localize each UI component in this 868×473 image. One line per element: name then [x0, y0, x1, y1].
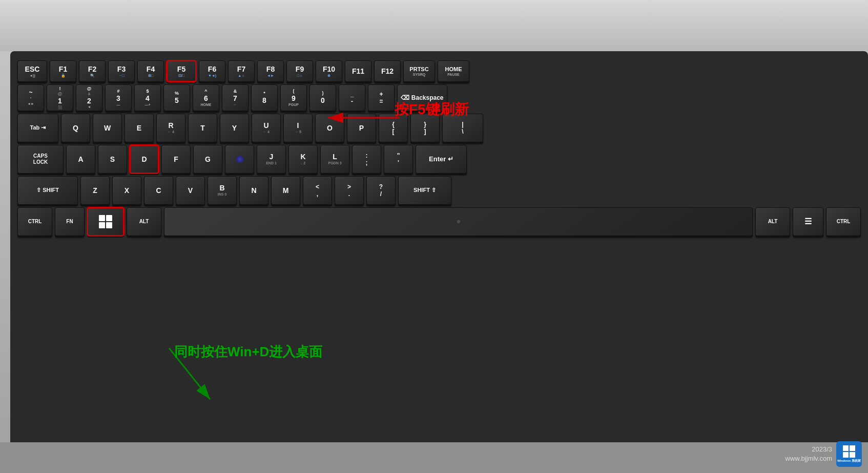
key-equals[interactable]: + =	[368, 84, 395, 111]
key-o[interactable]: O	[315, 114, 344, 142]
key-fn[interactable]: FN	[55, 207, 85, 236]
key-f3[interactable]: F3 →□	[108, 60, 135, 82]
key-x[interactable]: X	[112, 176, 141, 205]
key-home[interactable]: HOME PAUSE	[438, 60, 469, 82]
key-a[interactable]: A	[66, 145, 95, 174]
key-prtsc[interactable]: PRTSC SYSRQ	[403, 60, 435, 82]
key-tab[interactable]: Tab ⇥	[17, 114, 58, 142]
key-j[interactable]: J END 1	[257, 145, 286, 174]
key-g[interactable]: G	[193, 145, 222, 174]
zxcv-key-row: ⇧ SHIFT Z X C V B INS 0 N M < , > . ? /	[17, 176, 861, 205]
key-f6[interactable]: F6 ▼◄)	[199, 60, 225, 82]
key-caps-lock[interactable]: CAPSLOCK	[17, 145, 64, 174]
qwerty-key-row: Tab ⇥ Q W E R ← 4 T Y U ← 4 I → 5 O P {	[17, 114, 861, 142]
key-shift-left[interactable]: ⇧ SHIFT	[17, 176, 78, 205]
key-f5[interactable]: F5 ⊡/□	[167, 60, 196, 82]
watermark: 2023/3 www.bjjmlv.com Windows 系统家	[786, 441, 862, 467]
key-b[interactable]: B INS 0	[208, 176, 237, 205]
key-enter[interactable]: Enter ↵	[416, 145, 467, 174]
key-7[interactable]: & 7 ←	[222, 84, 249, 111]
key-space[interactable]: ⊕	[164, 207, 753, 236]
key-f12[interactable]: F12	[374, 60, 401, 82]
keyboard-body: ESC ◄)) F1 🔒 F2 🔍 F3 →□ F4 ⊞□ F5 ⊡/□	[10, 51, 868, 442]
function-key-row: ESC ◄)) F1 🔒 F2 🔍 F3 →□ F4 ⊞□ F5 ⊡/□	[17, 60, 861, 82]
key-f10[interactable]: F10 ⊕	[316, 60, 342, 82]
key-tilde[interactable]: ~ ` ◄►	[17, 84, 44, 111]
key-l[interactable]: L PGDN 3	[320, 145, 349, 174]
key-ctrl-left[interactable]: CTRL	[17, 207, 52, 236]
key-9[interactable]: ( 9 PGUP	[280, 84, 307, 111]
key-k[interactable]: K ↓ 2	[288, 145, 318, 174]
key-bracket-left[interactable]: { [	[379, 114, 408, 142]
key-ctrl-right[interactable]: CTRL	[826, 207, 861, 236]
key-alt-right[interactable]: ALT	[755, 207, 790, 236]
key-e[interactable]: E	[125, 114, 154, 142]
key-menu[interactable]: ☰	[793, 207, 823, 236]
key-m[interactable]: M	[271, 176, 300, 205]
key-s[interactable]: S	[98, 145, 127, 174]
key-f9[interactable]: F9 □☼	[286, 60, 313, 82]
key-p[interactable]: P	[347, 114, 376, 142]
key-f11[interactable]: F11	[345, 60, 371, 82]
watermark-text: 2023/3 www.bjjmlv.com	[786, 445, 833, 463]
trackpoint	[236, 156, 243, 163]
key-esc[interactable]: ESC ◄))	[17, 60, 47, 82]
windows-logo-icon	[99, 215, 112, 228]
key-f1[interactable]: F1 🔒	[50, 60, 76, 82]
key-i[interactable]: I → 5	[283, 114, 313, 142]
key-backspace[interactable]: ⌫ Backspace	[397, 84, 447, 111]
key-alt-left[interactable]: ALT	[127, 207, 161, 236]
key-win[interactable]	[87, 207, 124, 236]
key-quote[interactable]: " '	[384, 145, 413, 174]
key-2[interactable]: @ å 2 ◄	[76, 84, 102, 111]
key-bracket-right[interactable]: } ]	[410, 114, 440, 142]
key-z[interactable]: Z	[80, 176, 110, 205]
key-backslash[interactable]: | \	[442, 114, 483, 142]
key-f4[interactable]: F4 ⊞□	[137, 60, 164, 82]
key-w[interactable]: W	[93, 114, 122, 142]
asdf-key-row: CAPSLOCK A S D F G H J END 1 K ↓ 2	[17, 145, 861, 174]
key-minus[interactable]: _ -	[339, 84, 365, 111]
key-r[interactable]: R ← 4	[156, 114, 185, 142]
key-period[interactable]: > .	[335, 176, 364, 205]
key-semicolon[interactable]: : ;	[352, 145, 381, 174]
key-f[interactable]: F	[161, 145, 191, 174]
key-5[interactable]: % 5	[163, 84, 190, 111]
key-d[interactable]: D	[130, 145, 159, 174]
key-u[interactable]: U ← 4	[252, 114, 281, 142]
keyboard-container: ESC ◄)) F1 🔒 F2 🔍 F3 →□ F4 ⊞□ F5 ⊡/□	[0, 0, 868, 473]
win-logo-icon	[843, 445, 855, 458]
laptop-bezel	[0, 442, 868, 473]
key-0[interactable]: ) 0	[309, 84, 336, 111]
key-n[interactable]: N	[239, 176, 268, 205]
key-t[interactable]: T	[188, 114, 217, 142]
key-3[interactable]: # 3 —	[105, 84, 132, 111]
key-c[interactable]: C	[144, 176, 173, 205]
key-1[interactable]: ! @ 1 ⬛	[47, 84, 73, 111]
key-f7[interactable]: F7 ▲☼	[228, 60, 255, 82]
key-h[interactable]: H	[225, 145, 254, 174]
key-q[interactable]: Q	[61, 114, 90, 142]
key-v[interactable]: V	[176, 176, 205, 205]
watermark-logo: Windows 系统家	[836, 441, 862, 467]
key-f2[interactable]: F2 🔍	[79, 60, 106, 82]
key-4[interactable]: $ 4 —+	[134, 84, 161, 111]
laptop-top	[0, 0, 868, 51]
key-8[interactable]: * 8	[251, 84, 278, 111]
key-f8[interactable]: F8 ◄►	[257, 60, 284, 82]
key-shift-right[interactable]: SHIFT ⇧	[398, 176, 451, 205]
key-comma[interactable]: < ,	[303, 176, 332, 205]
bottom-key-row: CTRL FN ALT ⊕ ALT ☰ CTRL	[17, 207, 861, 236]
key-y[interactable]: Y	[220, 114, 249, 142]
key-slash[interactable]: ? /	[366, 176, 396, 205]
key-6[interactable]: ^ 6 HOME	[193, 84, 219, 111]
number-key-row: ~ ` ◄► ! @ 1 ⬛ @ å 2 ◄ # 3 — $	[17, 84, 861, 111]
